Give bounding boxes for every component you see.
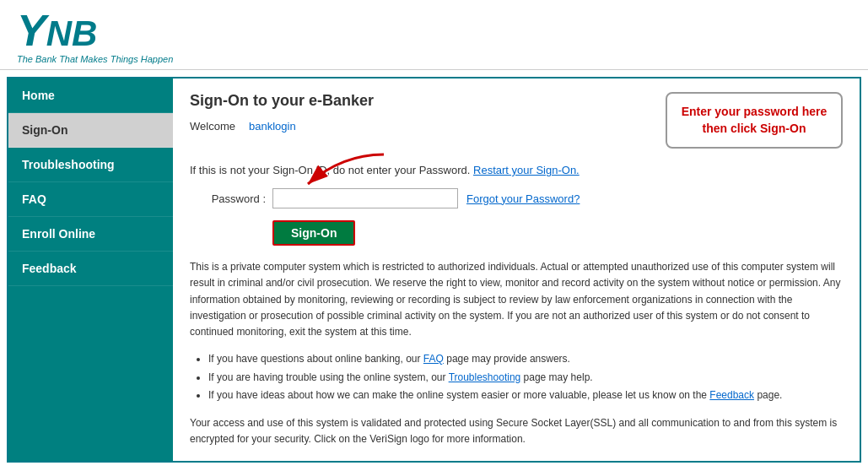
tooltip-box: Enter your password here then click Sign… (666, 92, 843, 149)
password-label: Password : (190, 192, 266, 205)
not-your-id-row: If this is not your Sign-On ID, do not e… (190, 157, 843, 176)
welcome-username: banklogin (249, 120, 296, 133)
header: YNB The Bank That Makes Things Happen (0, 0, 868, 70)
troubleshooting-link[interactable]: Troubleshooting (449, 371, 521, 383)
bullet-list: If you have questions about online banki… (190, 350, 843, 405)
password-input[interactable] (272, 188, 458, 208)
forgot-password-link[interactable]: Forgot your Password? (466, 192, 580, 205)
signin-row: Sign-On (272, 220, 843, 246)
content-area: Enter your password here then click Sign… (173, 78, 860, 461)
feedback-link[interactable]: Feedback (709, 389, 754, 401)
list-item: If you have ideas about how we can make … (208, 387, 843, 405)
logo-text: YNB (17, 8, 851, 52)
content-top: Enter your password here then click Sign… (190, 92, 843, 157)
list-item: If you are having trouble using the onli… (208, 369, 843, 387)
sidebar-item-faq[interactable]: FAQ (8, 182, 173, 217)
logo-tagline: The Bank That Makes Things Happen (17, 54, 851, 64)
legal-text: This is a private computer system which … (190, 259, 843, 340)
bullet-text-1-before: If you have questions about online banki… (208, 353, 423, 365)
bullet-text-2-before: If you are having trouble using the onli… (208, 371, 449, 383)
bullet-text-3-after: page. (754, 389, 782, 401)
logo: YNB The Bank That Makes Things Happen (17, 8, 851, 64)
welcome-label: Welcome (190, 120, 235, 133)
faq-link[interactable]: FAQ (423, 353, 444, 365)
welcome-row: Welcome banklogin (190, 120, 657, 133)
bullet-text-2-after: page may help. (520, 371, 592, 383)
restart-signin-link[interactable]: Restart your Sign-On. (473, 164, 580, 176)
sidebar-item-home[interactable]: Home (8, 78, 173, 113)
bullet-text-3-before: If you have ideas about how we can make … (208, 389, 709, 401)
sidebar: Home Sign-On Troubleshooting FAQ Enroll … (8, 78, 173, 461)
signin-button[interactable]: Sign-On (272, 220, 355, 246)
sidebar-item-enroll-online[interactable]: Enroll Online (8, 217, 173, 252)
logo-nb: NB (46, 14, 98, 53)
sidebar-item-troubleshooting[interactable]: Troubleshooting (8, 148, 173, 182)
tooltip-text: Enter your password here then click Sign… (682, 105, 828, 135)
list-item: If you have questions about online banki… (208, 350, 843, 369)
logo-y: Y (17, 6, 46, 55)
main-layout: Home Sign-On Troubleshooting FAQ Enroll … (7, 77, 861, 463)
bullet-text-1-after: page may provide answers. (444, 353, 570, 365)
not-your-id-text: If this is not your Sign-On ID, do not e… (190, 164, 470, 176)
tooltip-container: Enter your password here then click Sign… (666, 92, 843, 149)
sidebar-item-feedback[interactable]: Feedback (8, 252, 173, 286)
ssl-text: Your access and use of this system is va… (190, 415, 843, 447)
sidebar-item-sign-on[interactable]: Sign-On (8, 113, 173, 148)
password-row: Password : Forgot your Password? (190, 188, 843, 208)
